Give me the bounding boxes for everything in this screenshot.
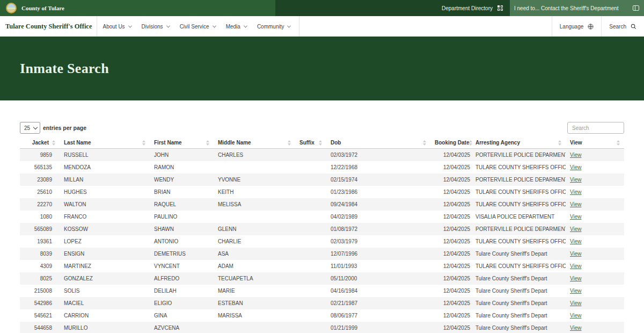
cell-last: WALTON — [60, 198, 150, 211]
cell-agency: TULARE COUNTY SHERIFFS OFFICE — [473, 260, 566, 272]
cell-view: View — [566, 322, 624, 333]
view-link[interactable]: View — [570, 214, 582, 220]
view-link[interactable]: View — [570, 189, 582, 195]
sort-icon — [52, 140, 55, 146]
cell-booking: 12/04/2025 — [430, 260, 473, 272]
cell-view: View — [566, 198, 624, 211]
cell-dob: 02/03/1972 — [326, 149, 430, 162]
cell-first: PAULINO — [150, 211, 214, 223]
cell-view: View — [566, 272, 624, 285]
nav-civil-service[interactable]: Civil Service — [180, 24, 216, 30]
nav-label: Divisions — [142, 24, 163, 30]
cell-suffix — [295, 235, 326, 248]
chevron-down-icon — [213, 24, 216, 27]
main-navbar: Tulare County Sheriff's Office About Us … — [0, 16, 644, 37]
column-header-dob[interactable]: Dob — [326, 137, 430, 149]
cell-jacket: 565089 — [20, 223, 60, 235]
cell-jacket: 215008 — [20, 285, 60, 297]
view-link[interactable]: View — [570, 226, 582, 232]
nav-community[interactable]: Community — [257, 24, 291, 30]
cell-view: View — [566, 223, 624, 235]
cell-jacket: 23089 — [20, 173, 60, 186]
cell-jacket: 545621 — [20, 309, 60, 322]
cell-suffix — [295, 149, 326, 162]
table-row: 545621CARRIONGINAMARISSA08/06/197712/04/… — [20, 309, 624, 322]
cell-agency: PORTERVILLE POLICE DEPARMENT — [473, 173, 566, 186]
cell-suffix — [295, 297, 326, 309]
column-header-middle-name[interactable]: Middle Name — [214, 137, 295, 149]
cell-suffix — [295, 173, 326, 186]
view-link[interactable]: View — [570, 177, 582, 183]
site-title[interactable]: Tulare County Sheriff's Office — [0, 23, 97, 31]
table-row: 9859RUSSELLJOHNCHARLES02/03/197212/04/20… — [20, 149, 624, 162]
cell-first: DEMETRIUS — [150, 248, 214, 260]
cell-dob: 08/06/1977 — [326, 309, 430, 322]
cell-agency: TULARE COUNTY SHERIFFS OFFICE — [473, 186, 566, 198]
sort-icon — [319, 140, 322, 146]
cell-dob: 02/03/1979 — [326, 235, 430, 248]
page-banner: Inmate Search — [0, 37, 644, 100]
cell-suffix — [295, 223, 326, 235]
i-need-to-link[interactable]: I need to... Contact the Sheriff's Depar… — [510, 0, 644, 16]
cell-agency: VISALIA POLICE DEPARTMENT — [473, 211, 566, 223]
table-row: 4309MARTINEZVYNCENTADAM11/01/199312/04/2… — [20, 260, 624, 272]
nav-about-us[interactable]: About Us — [103, 24, 131, 30]
view-link[interactable]: View — [570, 300, 582, 306]
cell-dob: 11/01/1993 — [326, 260, 430, 272]
navbar-utilities: Language Search — [552, 16, 644, 37]
cell-last: MENDOZA — [60, 161, 150, 173]
view-link[interactable]: View — [570, 251, 582, 257]
department-directory-link[interactable]: Department Directory — [275, 0, 510, 16]
panel-icon — [633, 5, 639, 11]
cell-view: View — [566, 235, 624, 248]
cell-middle: KEITH — [214, 186, 295, 198]
cell-jacket: 25610 — [20, 186, 60, 198]
view-link[interactable]: View — [570, 201, 582, 207]
column-header-suffix[interactable]: Suffix — [295, 137, 326, 149]
view-link[interactable]: View — [570, 325, 582, 331]
search-button[interactable]: Search — [602, 24, 644, 30]
county-branding[interactable]: County of Tulare — [0, 0, 275, 16]
cell-first: VYNCENT — [150, 260, 214, 272]
cell-agency: TULARE COUNTY SHERIFFS OFFICE — [473, 198, 566, 211]
cell-booking: 12/04/2025 — [430, 309, 473, 322]
cell-agency: Tulare County Sheriff's Depart — [473, 309, 566, 322]
page-size-select[interactable]: 25 — [20, 122, 40, 134]
cell-dob: 02/15/1974 — [326, 173, 430, 186]
nav-divisions[interactable]: Divisions — [142, 24, 170, 30]
cell-agency: PORTERVILLE POLICE DEPARMENT — [473, 223, 566, 235]
table-row: 1080FRANCOPAULINO04/02/198912/04/2025VIS… — [20, 211, 624, 223]
cell-jacket: 1080 — [20, 211, 60, 223]
language-button[interactable]: Language — [552, 24, 602, 30]
column-header-first-name[interactable]: First Name — [150, 137, 214, 149]
column-header-view[interactable]: View — [566, 137, 624, 149]
nav-media[interactable]: Media — [226, 24, 247, 30]
table-search-input[interactable] — [567, 122, 624, 134]
view-link[interactable]: View — [570, 238, 582, 244]
cell-middle: MARISSA — [214, 309, 295, 322]
cell-middle: TECUAPETLA — [214, 272, 295, 285]
cell-jacket: 8039 — [20, 248, 60, 260]
cell-jacket: 4309 — [20, 260, 60, 272]
column-header-arresting-agency[interactable]: Arresting Agency — [473, 137, 566, 149]
view-link[interactable]: View — [570, 288, 582, 294]
view-link[interactable]: View — [570, 152, 582, 158]
column-header-booking-date[interactable]: Booking Date — [430, 137, 473, 149]
cell-middle — [214, 322, 295, 333]
view-link[interactable]: View — [570, 164, 582, 170]
column-header-last-name[interactable]: Last Name — [60, 137, 150, 149]
cell-agency: Tulare County Sheriff's Depart — [473, 272, 566, 285]
cell-jacket: 22270 — [20, 198, 60, 211]
view-link[interactable]: View — [570, 276, 582, 281]
cell-booking: 12/04/2025 — [430, 322, 473, 333]
cell-dob: 12/07/1996 — [326, 248, 430, 260]
cell-first: SHAWN — [150, 223, 214, 235]
i-need-to-label: I need to... Contact the Sheriff's Depar… — [514, 5, 619, 11]
cell-dob: 01/23/1986 — [326, 186, 430, 198]
cell-suffix — [295, 260, 326, 272]
view-link[interactable]: View — [570, 313, 582, 318]
column-header-jacket[interactable]: Jacket — [20, 137, 60, 149]
view-link[interactable]: View — [570, 263, 582, 269]
cell-first: RAMON — [150, 161, 214, 173]
table-row: 8039ENSIGNDEMETRIUSASA12/07/199612/04/20… — [20, 248, 624, 260]
